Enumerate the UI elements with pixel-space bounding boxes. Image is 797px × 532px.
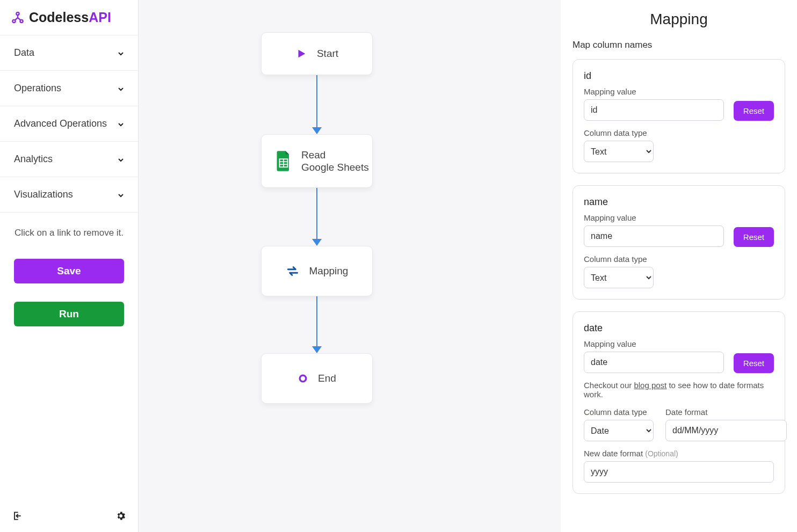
sidebar-item-label: Analytics [14,154,53,165]
new-date-format-input[interactable] [584,461,774,483]
sidebar-menu: Data Operations Advanced Operations Anal… [0,35,138,213]
brand-name-1: Codeless [29,10,89,25]
flow-link[interactable] [316,296,317,352]
mapping-field-title: date [584,323,774,334]
flow-link[interactable] [316,188,317,245]
column-data-type-label: Column data type [584,407,654,417]
node-start[interactable]: Start [261,32,373,75]
panel-subtitle: Map column names [573,40,785,50]
mapping-value-label: Mapping value [584,339,774,348]
node-mapping[interactable]: Mapping [261,246,373,296]
date-format-input[interactable] [665,420,787,441]
panel-title: Mapping [573,11,785,28]
node-label: End [318,372,336,385]
sidebar-item-data[interactable]: Data [0,35,138,71]
date-format-help: Checkout our blog post to see how to dat… [584,381,774,399]
sidebar-hint: Click on a link to remove it. [0,213,138,248]
mapping-panel: Mapping Map column names id Mapping valu… [561,0,797,532]
blog-post-link[interactable]: blog post [634,381,666,390]
node-end[interactable]: End [261,353,373,404]
sidebar-item-analytics[interactable]: Analytics [0,142,138,177]
sidebar-item-visualizations[interactable]: Visualizations [0,177,138,213]
chevron-down-icon [117,191,124,199]
circle-icon [298,373,308,384]
mapping-card-id: id Mapping value Reset Column data type … [573,59,785,173]
sidebar-item-label: Data [14,47,34,59]
reset-button[interactable]: Reset [734,353,774,373]
column-data-type-select[interactable]: TextDateNumber [584,267,654,288]
mapping-value-input[interactable] [584,352,724,373]
chevron-down-icon [117,85,124,92]
sidebar-item-operations[interactable]: Operations [0,71,138,106]
column-data-type-label: Column data type [584,254,774,264]
sidebar: CodelessAPI Data Operations Advanced Ope… [0,0,139,532]
save-button[interactable]: Save [14,259,124,283]
reset-button[interactable]: Reset [734,101,774,121]
google-sheets-icon [276,151,292,171]
column-data-type-select[interactable]: TextDateNumber [584,141,654,162]
chevron-down-icon [117,156,124,163]
sidebar-item-label: Advanced Operations [14,118,107,129]
brand: CodelessAPI [0,0,138,35]
brand-logo-icon [11,11,25,25]
mapping-card-name: name Mapping value Reset Column data typ… [573,185,785,300]
column-data-type-label: Column data type [584,128,774,137]
chevron-down-icon [117,120,124,128]
mapping-field-title: name [584,196,774,208]
chevron-down-icon [117,49,124,57]
mapping-card-date: date Mapping value Reset Checkout our bl… [573,311,785,494]
sidebar-item-label: Visualizations [14,189,73,200]
svg-point-7 [300,375,306,382]
mapping-field-title: id [584,70,774,82]
date-format-label: Date format [665,407,787,417]
column-data-type-select[interactable]: TextDateNumber [584,420,654,441]
logout-icon[interactable] [12,511,23,523]
mapping-value-label: Mapping value [584,213,774,222]
node-label: Mapping [309,265,349,278]
node-label-line-1: Read [301,149,369,162]
node-label: Start [317,47,338,61]
run-button[interactable]: Run [14,302,124,326]
mapping-value-input[interactable] [584,225,724,247]
svg-point-0 [16,12,19,14]
flow-link[interactable] [316,75,317,133]
brand-name-2: API [89,10,111,25]
mapping-value-label: Mapping value [584,87,774,96]
node-label-line-2: Google Sheets [301,162,369,173]
swap-icon [286,264,300,278]
mapping-value-input[interactable] [584,99,724,121]
gear-icon[interactable] [115,511,126,523]
new-date-format-label: New date format (Optional) [584,449,774,458]
play-icon [295,48,307,60]
node-google-sheets[interactable]: Read Google Sheets [261,134,373,188]
sidebar-item-advanced-operations[interactable]: Advanced Operations [0,106,138,142]
sidebar-item-label: Operations [14,83,61,94]
flow-canvas[interactable]: Start Read Google Sheets Mapping [139,0,561,532]
reset-button[interactable]: Reset [734,227,774,247]
